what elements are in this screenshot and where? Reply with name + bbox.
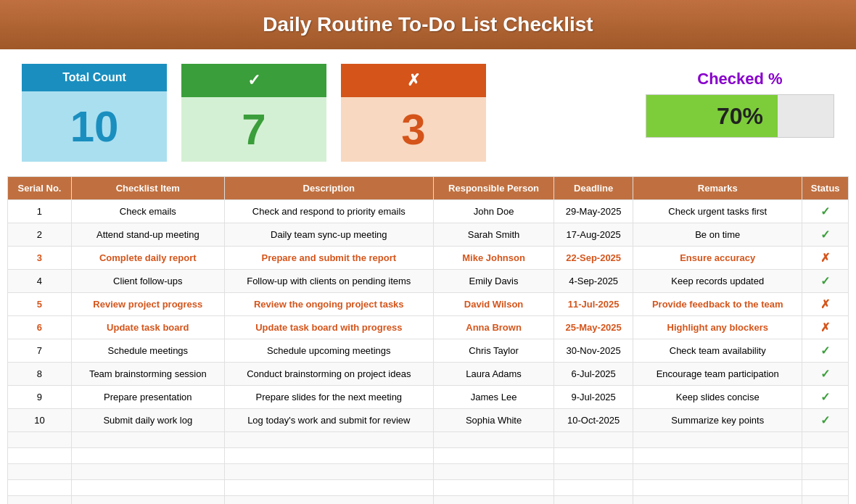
cell-deadline: 9-Jul-2025 [554, 386, 633, 409]
col-description: Description [224, 177, 433, 200]
col-person: Responsible Person [433, 177, 553, 200]
empty-row [8, 432, 849, 448]
cell-remarks: Be on time [633, 223, 802, 247]
cell-deadline: 11-Jul-2025 [554, 293, 633, 316]
cell-remarks: Ensure accuracy [633, 247, 802, 270]
table-row: 3Complete daily reportPrepare and submit… [8, 247, 849, 270]
cell-status: ✗ [802, 316, 849, 339]
empty-row [8, 448, 849, 464]
cell-description: Schedule upcoming meetings [224, 339, 433, 363]
percent-card: Checked % 70% [646, 64, 834, 162]
cell-status: ✓ [802, 270, 849, 293]
empty-cell [802, 496, 849, 505]
cell-serial: 1 [8, 200, 72, 223]
cell-status: ✗ [802, 247, 849, 270]
cell-deadline: 10-Oct-2025 [554, 409, 633, 432]
empty-cell [633, 496, 802, 505]
cell-description: Conduct brainstorming on project ideas [224, 363, 433, 386]
table-row: 7Schedule meetingsSchedule upcoming meet… [8, 339, 849, 363]
cell-remarks: Highlight any blockers [633, 316, 802, 339]
table-row: 1Check emailsCheck and respond to priori… [8, 200, 849, 223]
cell-remarks: Provide feedback to the team [633, 293, 802, 316]
empty-cell [71, 448, 224, 464]
cell-serial: 5 [8, 293, 72, 316]
empty-cell [633, 432, 802, 448]
cell-item: Check emails [71, 200, 224, 223]
checked-value: 7 [181, 97, 326, 162]
cell-serial: 10 [8, 409, 72, 432]
cell-description: Follow-up with clients on pending items [224, 270, 433, 293]
empty-row [8, 464, 849, 480]
cell-item: Prepare presentation [71, 386, 224, 409]
cell-remarks: Encourage team participation [633, 363, 802, 386]
empty-cell [433, 432, 553, 448]
percent-value: 70% [717, 103, 763, 130]
empty-cell [71, 480, 224, 496]
empty-cell [71, 432, 224, 448]
cross-icon: ✗ [820, 321, 830, 334]
table-row: 10Submit daily work logLog today's work … [8, 409, 849, 432]
table-row: 9Prepare presentationPrepare slides for … [8, 386, 849, 409]
empty-cell [802, 480, 849, 496]
empty-cell [433, 448, 553, 464]
empty-row [8, 496, 849, 505]
total-count-value: 10 [22, 91, 167, 162]
cell-person: John Doe [433, 200, 553, 223]
check-icon: ✓ [820, 228, 830, 241]
cell-status: ✓ [802, 223, 849, 247]
stats-row: Total Count 10 ✓ 7 ✗ 3 Checked % 70% [0, 49, 856, 176]
app-container: Daily Routine To-Do List Checklist Total… [0, 0, 856, 504]
cell-deadline: 25-May-2025 [554, 316, 633, 339]
cell-remarks: Keep records updated [633, 270, 802, 293]
cell-item: Complete daily report [71, 247, 224, 270]
cell-serial: 4 [8, 270, 72, 293]
empty-cell [224, 448, 433, 464]
empty-cell [8, 480, 72, 496]
empty-cell [554, 496, 633, 505]
cell-remarks: Check urgent tasks first [633, 200, 802, 223]
empty-cell [8, 496, 72, 505]
col-item: Checklist Item [71, 177, 224, 200]
total-count-card: Total Count 10 [22, 64, 167, 162]
cell-item: Attend stand-up meeting [71, 223, 224, 247]
cell-description: Prepare slides for the next meeting [224, 386, 433, 409]
check-icon: ✓ [820, 205, 830, 218]
cell-remarks: Keep slides concise [633, 386, 802, 409]
cell-description: Prepare and submit the report [224, 247, 433, 270]
page-title: Daily Routine To-Do List Checklist [263, 13, 593, 36]
cell-person: Emily Davis [433, 270, 553, 293]
empty-cell [802, 464, 849, 480]
cell-status: ✓ [802, 386, 849, 409]
cell-serial: 3 [8, 247, 72, 270]
cell-item: Update task board [71, 316, 224, 339]
cell-person: Laura Adams [433, 363, 553, 386]
empty-cell [554, 432, 633, 448]
col-serial: Serial No. [8, 177, 72, 200]
cross-icon: ✗ [820, 252, 830, 264]
check-icon: ✓ [820, 391, 830, 403]
unchecked-icon-label: ✗ [341, 64, 486, 97]
cell-item: Schedule meetings [71, 339, 224, 363]
col-status: Status [802, 177, 849, 200]
empty-cell [802, 432, 849, 448]
checklist-table: Serial No. Checklist Item Description Re… [7, 176, 849, 504]
empty-cell [71, 496, 224, 505]
empty-cell [433, 496, 553, 505]
percent-label: Checked % [646, 64, 834, 94]
empty-cell [224, 464, 433, 480]
empty-cell [802, 448, 849, 464]
header: Daily Routine To-Do List Checklist [0, 0, 856, 49]
checked-card: ✓ 7 [181, 64, 326, 162]
empty-cell [554, 480, 633, 496]
cell-serial: 8 [8, 363, 72, 386]
table-row: 2Attend stand-up meetingDaily team sync-… [8, 223, 849, 247]
empty-row [8, 480, 849, 496]
cell-deadline: 29-May-2025 [554, 200, 633, 223]
cell-serial: 9 [8, 386, 72, 409]
empty-cell [633, 448, 802, 464]
cell-status: ✗ [802, 293, 849, 316]
cell-person: James Lee [433, 386, 553, 409]
table-row: 4Client follow-upsFollow-up with clients… [8, 270, 849, 293]
check-icon: ✓ [820, 368, 830, 380]
cell-person: David Wilson [433, 293, 553, 316]
